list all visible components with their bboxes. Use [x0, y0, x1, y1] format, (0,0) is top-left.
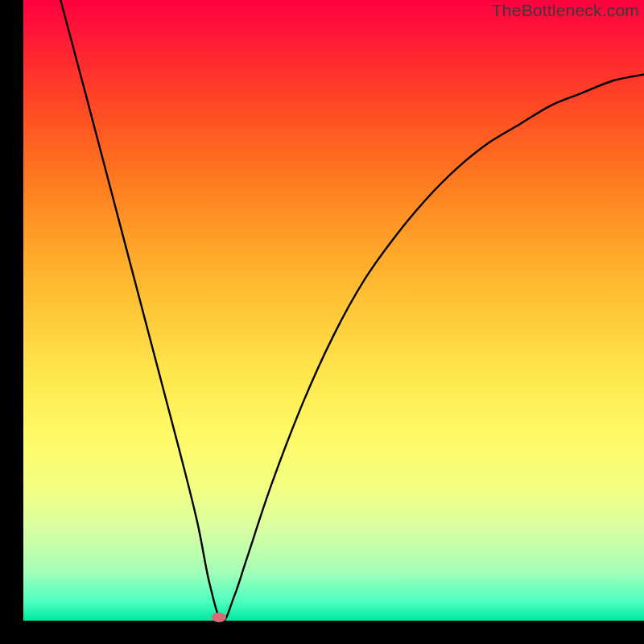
curve-svg	[23, 0, 644, 621]
bottleneck-curve	[60, 0, 644, 621]
chart-plot-area: TheBottleneck.com	[23, 0, 644, 621]
watermark-text: TheBottleneck.com	[492, 1, 639, 20]
minimum-marker	[212, 613, 226, 622]
